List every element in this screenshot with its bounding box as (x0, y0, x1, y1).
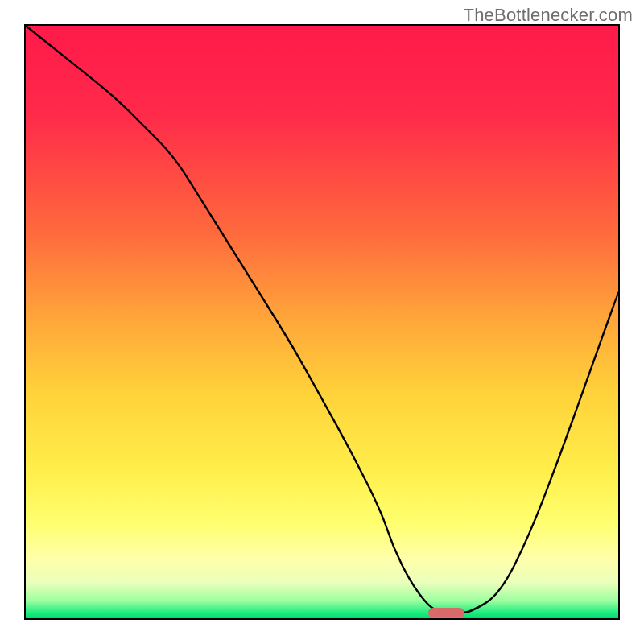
attribution-label: TheBottlenecker.com (464, 5, 633, 26)
curve-svg (26, 26, 618, 618)
optimal-marker (428, 608, 464, 617)
bottleneck-chart: TheBottlenecker.com (0, 0, 644, 644)
bottleneck-curve (26, 26, 618, 613)
plot-area (24, 24, 620, 620)
